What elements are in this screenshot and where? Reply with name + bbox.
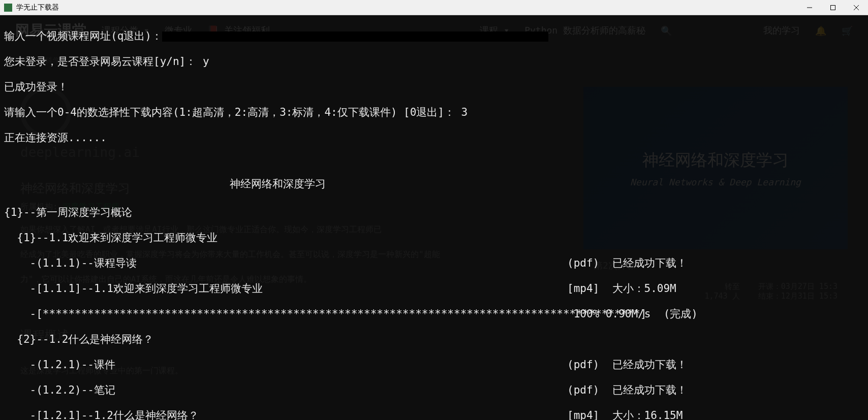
login-success: 已成功登录！ <box>4 81 864 93</box>
course-title-center: 神经网络和深度学习 <box>4 178 551 190</box>
prompt-url: 输入一个视频课程网址(q退出)： <box>4 30 864 43</box>
prompt-quality: 请输入一个0-4的数选择性下载内容(1:超高清，2:高清，3:标清，4:仅下载课… <box>4 106 864 119</box>
dl-item: -(1.2.1)--课件(pdf) 已经成功下载！ <box>4 359 864 371</box>
dl-item: -(1.1.1)--课程导读(pdf) 已经成功下载！ <box>4 257 864 270</box>
maximize-button[interactable] <box>821 0 845 15</box>
prompt-login: 您未登录，是否登录网易云课程[y/n]： y <box>4 55 864 68</box>
section-1-1: {1}--1.1欢迎来到深度学习工程师微专业 <box>4 232 864 244</box>
minimize-button[interactable] <box>798 0 821 15</box>
section-1-2: {2}--1.2什么是神经网络？ <box>4 333 864 346</box>
window-title: 学无止下载器 <box>16 3 59 12</box>
app-icon <box>4 4 12 12</box>
svg-rect-1 <box>831 5 835 10</box>
terminal-output[interactable]: 输入一个视频课程网址(q退出)： 您未登录，是否登录网易云课程[y/n]： y … <box>0 15 868 420</box>
dl-item: -(1.2.2)--笔记(pdf) 已经成功下载！ <box>4 384 864 397</box>
chapter-1: {1}--第一周深度学习概论 <box>4 206 864 219</box>
connecting: 正在连接资源...... <box>4 132 864 144</box>
close-button[interactable] <box>845 0 868 15</box>
dl-progress: -[**************************************… <box>4 308 864 320</box>
dl-item: -[1.1.1]--1.1欢迎来到深度学习工程师微专业[mp4] 大小：5.09… <box>4 282 864 295</box>
window-titlebar: 学无止下载器 <box>0 0 868 15</box>
dl-item: -[1.2.1]--1.2什么是神经网络？[mp4] 大小：16.15M <box>4 409 864 420</box>
